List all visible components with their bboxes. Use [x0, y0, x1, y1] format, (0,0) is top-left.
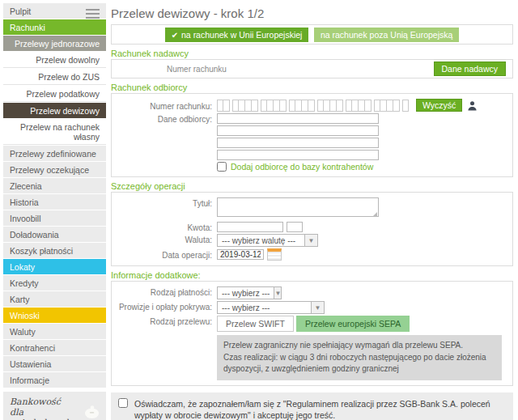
piggy-bank-icon	[83, 405, 101, 420]
sidebar-item-przelew-dowolny[interactable]: Przelew dowolny	[3, 52, 106, 68]
sidebar-item-waluty[interactable]: Waluty	[3, 324, 106, 339]
account-digit-cell[interactable]	[252, 100, 258, 112]
account-digit-cell[interactable]	[337, 100, 343, 112]
amount-input[interactable]	[217, 222, 283, 232]
sidebar-item-rachunki[interactable]: Rachunki	[3, 19, 106, 35]
account-digit-cell[interactable]	[393, 100, 400, 112]
sidebar-item-przelew-dewizowy[interactable]: Przelew dewizowy	[3, 103, 106, 118]
account-digit-cell[interactable]	[317, 100, 324, 112]
sidebar-item-przelewy-zdefiniowane[interactable]: Przelewy zdefiniowane	[3, 146, 106, 161]
recipient-details-label: Dane odbiorcy:	[118, 113, 217, 124]
non-eu-transfer-button[interactable]: na rachunek poza Unią Europejską	[314, 28, 459, 42]
add-recipient-label: Dodaj odbiorcę do bazy kontrahentów	[231, 162, 373, 172]
declaration-regulamin-checkbox[interactable]	[118, 398, 128, 408]
eu-transfer-button[interactable]: ✔na rachunek w Unii Europejskiej	[165, 28, 309, 42]
account-number-segments	[217, 100, 411, 112]
recipient-name-line2-input[interactable]	[217, 125, 379, 136]
sidebar-item-historia[interactable]: Historia	[3, 194, 106, 210]
transfer-scope-bar: ✔na rachunek w Unii Europejskiej na rach…	[111, 24, 513, 45]
tab-swift[interactable]: Przelew SWIFT	[217, 316, 294, 332]
transfer-type-info-line2: Czas realizacji: w ciągu 3 dni roboczych…	[223, 352, 495, 375]
sidebar-item-lokaty[interactable]: Lokaty	[3, 259, 106, 274]
account-digit-cell[interactable]	[359, 100, 365, 112]
sidebar-item-przelew-do-zus[interactable]: Przelew do ZUS	[3, 69, 106, 85]
check-icon: ✔	[172, 31, 178, 40]
account-digit-cell[interactable]	[280, 100, 287, 112]
transfer-type-label: Rodzaj przelewu:	[118, 316, 217, 326]
account-digit-cell[interactable]	[387, 100, 393, 112]
sidebar-item-przelew-podatkowy[interactable]: Przelew podatkowy	[3, 86, 106, 102]
operation-date-input[interactable]	[217, 249, 264, 260]
account-digit-cell[interactable]	[267, 100, 274, 112]
sender-section-title: Rachunek nadawcy	[111, 49, 513, 58]
contacts-icon[interactable]	[467, 100, 478, 111]
account-digit-cell[interactable]	[245, 100, 252, 112]
chevron-down-icon: ▼	[304, 235, 317, 246]
account-digit-cell[interactable]	[308, 100, 315, 112]
account-digit-cell[interactable]	[261, 100, 267, 112]
sidebar: Pulpit Rachunki Przelewy jednorazowe Prz…	[3, 3, 106, 420]
sender-data-button[interactable]: Dane nadawcy	[434, 62, 506, 76]
operation-section-title: Szczegóły operacji	[111, 181, 513, 191]
date-label: Data operacji:	[118, 249, 217, 260]
transfer-title-input[interactable]	[217, 197, 379, 217]
sidebar-item-przelewy-jednorazowe[interactable]: Przelewy jednorazowe	[3, 36, 106, 51]
sidebar-item-label: Bankowość dla najmłodszych	[10, 397, 73, 420]
sender-section: Numer rachunku Dane nadawcy	[111, 59, 513, 78]
sidebar-item-przelewy-oczekujace[interactable]: Przelewy oczekujące	[3, 162, 106, 177]
sidebar-item-kontrahenci[interactable]: Kontrahenci	[3, 340, 106, 355]
tab-sepa[interactable]: Przelew europejski SEPA	[296, 316, 410, 332]
account-digit-cell[interactable]	[346, 100, 352, 112]
add-recipient-checkbox[interactable]	[217, 162, 227, 172]
account-digit-cell[interactable]	[217, 100, 223, 112]
calendar-icon[interactable]	[267, 248, 282, 261]
recipient-name-line1-input[interactable]	[217, 113, 379, 124]
payment-type-select[interactable]: --- wybierz --- ▼	[217, 286, 282, 299]
currency-select[interactable]: --- wybierz walutę --- ▼	[217, 234, 318, 247]
sidebar-item-label: Pulpit	[10, 6, 31, 16]
clear-account-button[interactable]: Wyczyść	[416, 99, 462, 112]
account-digit-cell[interactable]	[324, 100, 330, 112]
sidebar-item-bankowosc-dla-najmlodszych[interactable]: Bankowość dla najmłodszych	[3, 392, 106, 420]
recipient-name-line3-input[interactable]	[217, 138, 379, 148]
account-digit-cell[interactable]	[365, 100, 372, 112]
account-digit-cell[interactable]	[330, 100, 337, 112]
account-digit-cell[interactable]	[295, 100, 302, 112]
sidebar-item-kredyty[interactable]: Kredyty	[3, 275, 106, 291]
account-digit-cell[interactable]	[223, 100, 230, 112]
account-digit-cell[interactable]	[402, 100, 409, 112]
declaration-regulamin: Oświadczam, że zapoznałem/łam się z "Reg…	[111, 392, 513, 420]
declaration-regulamin-text: Oświadczam, że zapoznałem/łam się z "Reg…	[134, 398, 506, 420]
account-digit-cell[interactable]	[374, 100, 380, 112]
payment-type-label: Rodzaj płatności:	[118, 286, 217, 297]
recipient-name-line4-input[interactable]	[217, 150, 379, 160]
sidebar-item-ustawienia[interactable]: Ustawienia	[3, 356, 106, 371]
chevron-down-icon: ▼	[311, 302, 324, 313]
transfer-type-info: Przelew zagraniczny nie spełniający wyma…	[217, 335, 502, 380]
additional-section-title: Informacje dodatkowe:	[111, 270, 513, 280]
account-digit-cell[interactable]	[274, 100, 280, 112]
sidebar-item-wnioski[interactable]: Wnioski	[3, 308, 106, 323]
eu-transfer-label: na rachunek w Unii Europejskiej	[181, 30, 302, 40]
amount-decimal-input[interactable]	[287, 222, 303, 232]
sidebar-item-invoobill[interactable]: Invoobill	[3, 210, 106, 226]
account-digit-cell[interactable]	[239, 100, 245, 112]
additional-section: Rodzaj płatności: --- wybierz --- ▼ Prow…	[111, 281, 513, 386]
account-digit-cell[interactable]	[232, 100, 239, 112]
sidebar-item-informacje[interactable]: Informacje	[3, 372, 106, 388]
operation-section: Tytuł: Kwota: Waluta: --- wybierz walutę…	[111, 192, 513, 266]
account-digit-cell[interactable]	[302, 100, 308, 112]
currency-label: Waluta:	[118, 234, 217, 244]
sidebar-item-zlecenia[interactable]: Zlecenia	[3, 178, 106, 193]
sidebar-item-pulpit[interactable]: Pulpit	[3, 3, 106, 19]
sidebar-item-przelew-na-rachunek-wlasny[interactable]: Przelew na rachunek własny	[3, 119, 106, 145]
sidebar-item-doladowania[interactable]: Doładowania	[3, 227, 106, 242]
fees-select[interactable]: --- wybierz --- ▼	[217, 301, 325, 314]
title-label: Tytuł:	[118, 197, 217, 208]
sidebar-item-karty[interactable]: Karty	[3, 291, 106, 307]
account-digit-cell[interactable]	[289, 100, 295, 112]
account-digit-cell[interactable]	[380, 100, 387, 112]
account-digit-cell[interactable]	[352, 100, 359, 112]
sender-account-label: Numer rachunku	[167, 65, 227, 74]
sidebar-item-koszyk-platnosci[interactable]: Koszyk płatności	[3, 243, 106, 258]
